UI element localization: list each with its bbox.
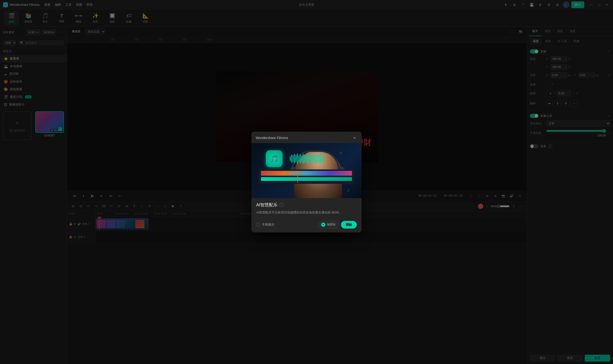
info-symbol: i — [281, 203, 282, 206]
waveform-bar — [298, 156, 299, 162]
unlimited-icon: + — [321, 222, 325, 227]
music-note-decoration-2: ♬ — [339, 150, 343, 155]
waveform-bar — [290, 156, 291, 161]
modal-title: Wondershare Filmora — [256, 136, 288, 140]
waveform-bar — [304, 155, 305, 163]
mini-audio-track — [261, 177, 352, 181]
music-note-decoration: ♪ — [347, 187, 350, 193]
waveform-bar — [311, 154, 312, 163]
feature-info-icon: i — [280, 203, 284, 207]
modal-footer: 不再展示 + 無限制 開始 — [256, 219, 357, 229]
waveform-bar — [314, 155, 315, 163]
mini-timeline — [259, 169, 354, 184]
waveform-bar — [293, 155, 293, 162]
waveform-bar — [308, 155, 309, 162]
waveform-bar — [301, 155, 302, 162]
feature-title-row: AI智慧配乐 i — [256, 202, 357, 208]
unlimited-button[interactable]: + 無限制 — [318, 221, 339, 229]
waveform-bar — [317, 155, 318, 162]
modal-close-button[interactable]: ✕ — [351, 135, 357, 141]
waveform-bar — [294, 154, 295, 163]
ai-bgm-modal: Wondershare Filmora ✕ 🎵 — [252, 132, 361, 232]
waveform-bar — [313, 156, 314, 162]
waveform-bar — [323, 155, 324, 163]
waveform-bar — [320, 153, 321, 164]
dont-show-wrap: 不再展示 — [256, 222, 274, 227]
modal-hero-image: 🎵 ♪ ♬ — [252, 143, 361, 198]
modal-header: Wondershare Filmora ✕ — [252, 132, 361, 143]
music-note-icon: 🎵 — [270, 155, 279, 163]
modal-action-buttons: + 無限制 開始 — [318, 221, 357, 229]
feature-description: AI智慧配乐可分析您目前媒體的內容並為您產生適合的 BGM。 — [256, 210, 357, 215]
mini-playhead — [297, 175, 298, 183]
waveform-bar — [306, 155, 306, 162]
waveform-bar — [321, 155, 322, 162]
unlimited-label: 無限制 — [327, 222, 335, 227]
modal-overlay[interactable]: Wondershare Filmora ✕ 🎵 — [0, 0, 613, 364]
modal-body: AI智慧配乐 i AI智慧配乐可分析您目前媒體的內容並為您產生適合的 BGM。 … — [252, 198, 361, 232]
waveform-bar — [310, 154, 311, 163]
music-feature-icon: 🎵 — [266, 150, 282, 167]
waveform-bar — [291, 155, 292, 163]
waveform-bar — [297, 153, 298, 164]
waveform-bar — [303, 154, 304, 164]
waveform-bar — [295, 155, 296, 162]
waveform-bar — [307, 153, 308, 164]
mini-video-track — [261, 171, 352, 176]
waveform-bar — [319, 154, 320, 163]
waveform-bar — [316, 154, 317, 164]
start-button[interactable]: 開始 — [341, 221, 357, 229]
feature-title: AI智慧配乐 — [256, 202, 278, 208]
dont-show-label: 不再展示 — [262, 222, 274, 227]
dont-show-checkbox[interactable] — [256, 223, 260, 227]
waveform-bar — [300, 154, 301, 163]
waveform-display — [290, 153, 352, 165]
